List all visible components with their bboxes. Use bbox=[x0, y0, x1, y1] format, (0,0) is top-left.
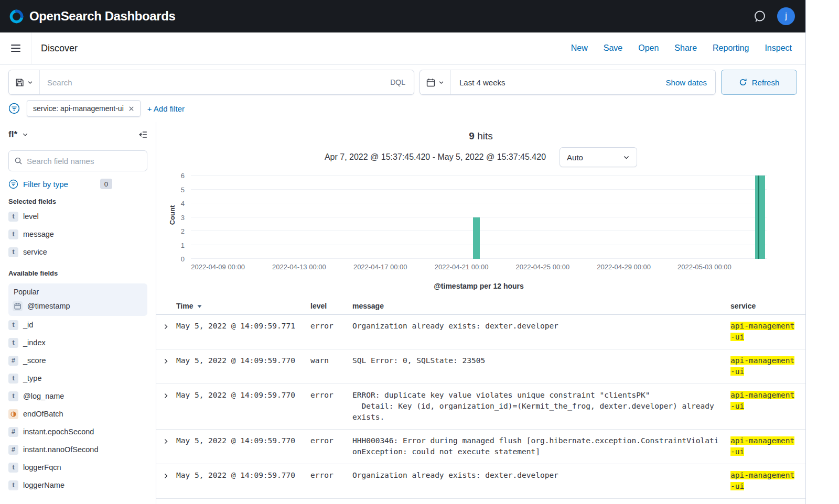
x-axis-tick-label: 2022-04-29 00:00 bbox=[597, 263, 651, 271]
column-header-service[interactable]: service bbox=[730, 302, 805, 310]
field-type-icon: t bbox=[8, 320, 18, 330]
field-item-_id[interactable]: t_id bbox=[8, 316, 147, 334]
field-item-instant.nanoOfSecond[interactable]: #instant.nanoOfSecond bbox=[8, 441, 147, 458]
field-item-level[interactable]: tlevel bbox=[8, 207, 147, 225]
histogram-bar[interactable] bbox=[473, 217, 480, 259]
field-item-message[interactable]: tmessage bbox=[8, 225, 147, 243]
popular-heading: Popular bbox=[14, 288, 143, 296]
query-language-button[interactable]: DQL bbox=[382, 78, 414, 86]
available-fields-list: t_idt_index#_scoret_typet@log_nameendOfB… bbox=[8, 316, 147, 494]
cell-service: api-management-ui bbox=[730, 355, 805, 377]
field-type-icon: t bbox=[8, 480, 18, 490]
histogram-chart[interactable]: Count 0123456 2022-04-09 00:002022-04-13… bbox=[191, 176, 767, 290]
opensearch-home-link[interactable]: OpenSearch Dashboards bbox=[8, 8, 175, 25]
expand-document-button[interactable] bbox=[156, 390, 176, 402]
field-type-icon: t bbox=[8, 391, 18, 401]
filter-pill[interactable]: service: api-management-ui bbox=[27, 100, 141, 117]
show-dates-link[interactable]: Show dates bbox=[666, 78, 707, 87]
selected-fields-heading: Selected fields bbox=[8, 198, 147, 205]
field-type-icon bbox=[13, 301, 23, 311]
field-search-box bbox=[8, 150, 147, 171]
field-search-input[interactable] bbox=[27, 157, 142, 166]
field-name: level bbox=[23, 212, 39, 221]
column-header-time[interactable]: Time bbox=[176, 302, 310, 310]
refresh-icon bbox=[739, 78, 747, 86]
service-highlight: api-management bbox=[730, 391, 794, 399]
expand-document-button[interactable] bbox=[156, 435, 176, 448]
saved-query-button[interactable] bbox=[9, 70, 40, 94]
filter-count-badge: 0 bbox=[100, 179, 112, 189]
opensearch-dashboards-app: OpenSearch Dashboards j Discover NewSave… bbox=[0, 0, 806, 504]
product-title: OpenSearch Dashboards bbox=[29, 9, 175, 24]
documents-table: Time level message service May 5, 2022 @… bbox=[156, 302, 805, 499]
y-axis-tick-label: 6 bbox=[181, 172, 185, 179]
cell-level: error bbox=[310, 470, 352, 481]
x-axis-tick-label: 2022-04-17 00:00 bbox=[353, 263, 407, 271]
menu-hamburger-button[interactable] bbox=[0, 32, 31, 64]
top-menu-item-share[interactable]: Share bbox=[674, 43, 697, 53]
field-type-icon: t bbox=[8, 247, 18, 257]
refresh-button[interactable]: Refresh bbox=[721, 70, 797, 95]
time-range-value[interactable]: Last 4 weeks bbox=[459, 78, 505, 87]
field-item-loggerFqcn[interactable]: tloggerFqcn bbox=[8, 458, 147, 476]
column-header-message[interactable]: message bbox=[352, 302, 730, 310]
chart-gridline bbox=[191, 203, 767, 203]
index-pattern-selector[interactable]: fl* bbox=[8, 129, 28, 140]
x-axis-ticks: 2022-04-09 00:002022-04-13 00:002022-04-… bbox=[191, 263, 767, 272]
top-menu-item-new[interactable]: New bbox=[571, 43, 588, 53]
field-item-_type[interactable]: t_type bbox=[8, 369, 147, 387]
filter-by-type-button[interactable]: Filter by type 0 bbox=[8, 179, 147, 189]
cell-service: api-management-ui bbox=[730, 390, 805, 412]
field-name: @timestamp bbox=[27, 302, 70, 310]
user-avatar[interactable]: j bbox=[777, 7, 795, 25]
y-axis-title: Count bbox=[168, 205, 176, 225]
field-item-instant.epochSecond[interactable]: #instant.epochSecond bbox=[8, 423, 147, 441]
field-type-icon: # bbox=[8, 356, 18, 366]
field-name: loggerFqcn bbox=[23, 463, 61, 472]
search-input[interactable] bbox=[40, 78, 382, 87]
add-filter-link[interactable]: + Add filter bbox=[147, 104, 185, 113]
expand-document-button[interactable] bbox=[156, 355, 176, 368]
field-type-icon: t bbox=[8, 212, 18, 222]
date-picker-calendar-button[interactable] bbox=[420, 70, 451, 94]
cell-level: error bbox=[310, 435, 352, 446]
remove-filter-icon[interactable] bbox=[128, 106, 134, 112]
x-axis-tick-label: 2022-04-13 00:00 bbox=[272, 263, 326, 271]
top-menu-item-open[interactable]: Open bbox=[638, 43, 659, 53]
field-item-endOfBatch[interactable]: endOfBatch bbox=[8, 405, 147, 423]
field-item-service[interactable]: tservice bbox=[8, 243, 147, 261]
top-menu-item-save[interactable]: Save bbox=[604, 43, 622, 53]
expand-document-button[interactable] bbox=[156, 321, 176, 333]
document-row: May 5, 2022 @ 14:09:59.770warnSQL Error:… bbox=[156, 349, 805, 384]
field-item-@log_name[interactable]: t@log_name bbox=[8, 387, 147, 405]
top-menu-item-inspect[interactable]: Inspect bbox=[765, 43, 792, 53]
field-type-icon: # bbox=[8, 427, 18, 437]
filter-menu-icon[interactable] bbox=[8, 103, 20, 114]
field-type-icon: t bbox=[8, 338, 18, 348]
y-axis-tick-label: 4 bbox=[181, 200, 185, 207]
cell-level: error bbox=[310, 321, 352, 332]
column-header-level[interactable]: level bbox=[310, 302, 352, 310]
search-box: DQL bbox=[8, 70, 414, 95]
table-header-row: Time level message service bbox=[156, 302, 805, 315]
interval-select[interactable]: Auto bbox=[560, 147, 637, 167]
field-name: _type bbox=[23, 374, 41, 382]
collapse-sidebar-icon[interactable] bbox=[138, 130, 147, 139]
chart-gridline bbox=[191, 175, 767, 176]
filter-pill-label: service: api-management-ui bbox=[33, 104, 124, 113]
document-row: May 5, 2022 @ 14:09:59.770errorERROR: du… bbox=[156, 384, 805, 430]
expand-document-button[interactable] bbox=[156, 470, 176, 483]
x-axis-title: @timestamp per 12 hours bbox=[191, 282, 767, 290]
chat-icon[interactable] bbox=[753, 9, 767, 23]
y-axis-tick-label: 5 bbox=[181, 186, 185, 193]
field-item-loggerName[interactable]: tloggerName bbox=[8, 476, 147, 494]
top-menu-item-reporting[interactable]: Reporting bbox=[713, 43, 749, 53]
field-item-_index[interactable]: t_index bbox=[8, 334, 147, 352]
field-item-@timestamp[interactable]: @timestamp bbox=[13, 297, 143, 315]
histogram-bar[interactable] bbox=[755, 176, 765, 259]
field-type-icon: t bbox=[8, 463, 18, 473]
field-item-_score[interactable]: #_score bbox=[8, 352, 147, 369]
selected-fields-list: tleveltmessagetservice bbox=[8, 207, 147, 261]
cell-message: Organization already exists: dexter.deve… bbox=[352, 321, 730, 332]
cell-message: SQL Error: 0, SQLState: 23505 bbox=[352, 355, 730, 366]
